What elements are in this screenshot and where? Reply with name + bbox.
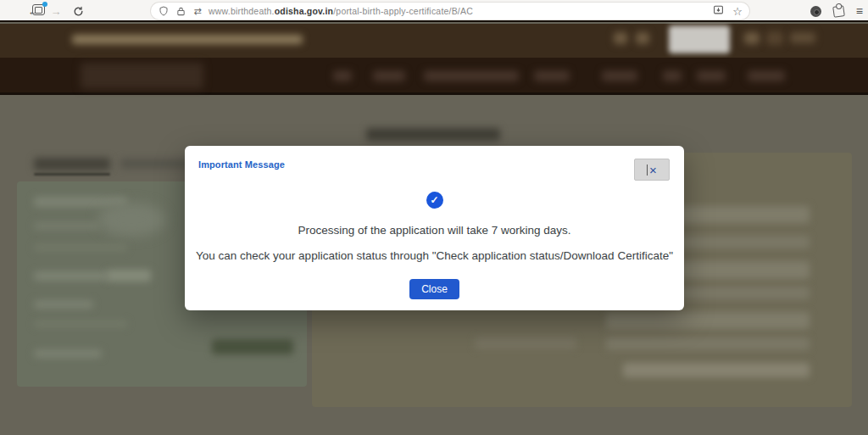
form-field-placeholder (623, 363, 810, 377)
close-button[interactable]: Close (409, 279, 459, 299)
success-check-icon: ✓ (426, 192, 443, 209)
shield-icon[interactable] (158, 5, 170, 17)
form-button-placeholder (212, 339, 293, 354)
reload-icon (73, 6, 84, 17)
dialog-title: Important Message (198, 159, 285, 170)
nav-item-placeholder (663, 70, 682, 81)
captcha-placeholder (97, 203, 165, 237)
form-label-placeholder (34, 244, 127, 251)
back-button[interactable]: ← (25, 3, 42, 20)
form-label-placeholder (34, 321, 127, 327)
close-icon: × (649, 163, 657, 177)
url-text: www.birthdeath.odisha.gov.in/portal-birt… (209, 6, 473, 16)
tab-placeholder (34, 158, 110, 170)
text-caret (647, 165, 648, 176)
banner-icon-placeholder (614, 32, 627, 44)
banner-icon-placeholder (744, 32, 760, 44)
back-icon: ← (28, 5, 39, 18)
dialog-message-line1: Processing of the application will take … (185, 224, 684, 237)
form-label-placeholder (34, 349, 102, 358)
app-menu-icon[interactable]: ≡ (856, 4, 863, 18)
form-label-placeholder (34, 222, 100, 230)
banner-icon-placeholder (766, 31, 783, 45)
form-label-placeholder (34, 300, 93, 309)
nav-item-placeholder (602, 70, 637, 81)
permissions-swap-icon[interactable]: ⇄ (192, 5, 203, 17)
lock-icon[interactable] (175, 5, 186, 17)
banner-search-placeholder (669, 25, 730, 53)
form-field-placeholder (606, 312, 810, 329)
site-top-banner (0, 24, 868, 58)
page-title-placeholder (366, 128, 500, 141)
site-navbar (0, 58, 868, 95)
screen: ← → ⇄ www.birthdeath.odisha.gov.in/porta… (0, 0, 868, 435)
dialog-close-button[interactable]: × (634, 159, 670, 181)
form-value-placeholder (107, 270, 151, 282)
important-message-dialog: Important Message × ✓ Processing of the … (185, 146, 684, 310)
extensions-puzzle-icon[interactable] (832, 5, 845, 18)
forward-icon: → (51, 5, 62, 18)
bookmark-star-icon[interactable]: ☆ (732, 5, 743, 18)
banner-text-placeholder (72, 35, 303, 44)
dialog-message-line2: You can check your application status th… (185, 249, 684, 262)
banner-icon-placeholder (790, 32, 815, 43)
nav-item-placeholder (424, 70, 519, 81)
nav-item-placeholder (748, 70, 785, 81)
url-bar[interactable]: ⇄ www.birthdeath.odisha.gov.in/portal-bi… (151, 3, 749, 20)
browser-toolbar: ← → ⇄ www.birthdeath.odisha.gov.in/porta… (0, 0, 868, 22)
url-domain: odisha.gov.in (275, 6, 334, 16)
site-logo-placeholder (81, 63, 203, 89)
form-field-placeholder (606, 337, 810, 350)
banner-icon-placeholder (636, 32, 649, 44)
nav-item-placeholder (373, 70, 405, 81)
nav-item-placeholder (697, 70, 726, 81)
form-field-placeholder (475, 337, 576, 349)
nav-item-placeholder (333, 70, 352, 81)
tab-underline-placeholder (34, 173, 110, 176)
save-page-icon[interactable] (713, 3, 724, 19)
nav-item-placeholder (534, 70, 570, 81)
extension-badge-icon[interactable] (810, 6, 821, 17)
forward-button[interactable]: → (47, 3, 64, 20)
form-label-placeholder (34, 271, 108, 281)
reload-button[interactable] (70, 3, 86, 20)
